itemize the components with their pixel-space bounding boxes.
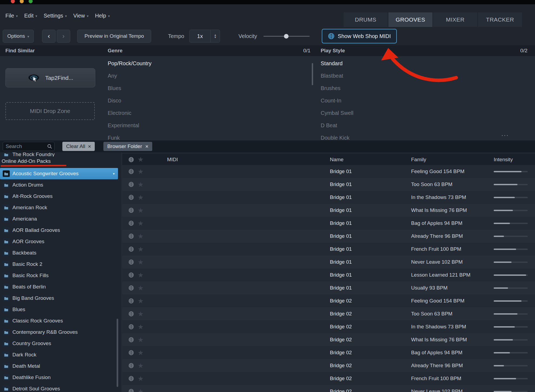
browser-folder-chip[interactable]: Browser Folder ×	[103, 142, 152, 151]
favorite-star-icon[interactable]: ★	[134, 181, 147, 188]
slider-knob[interactable]	[284, 34, 289, 39]
groove-row[interactable]: ★ Bridge 01 In the Shadows 73 BPM	[122, 191, 535, 204]
sidebar-pack-item[interactable]: Classic Rock Grooves ▾	[0, 315, 118, 326]
groove-row[interactable]: ★ Bridge 01 Feeling Good 154 BPM	[122, 165, 535, 178]
main-tab[interactable]: DRUMS	[344, 12, 388, 27]
favorite-star-icon[interactable]: ★	[134, 168, 147, 175]
groove-row[interactable]: ★ Bridge 01 Never Leave 102 BPM	[122, 256, 535, 269]
genre-item[interactable]: Experimental	[102, 119, 314, 132]
favorite-star-icon[interactable]: ★	[134, 194, 147, 201]
sidebar-pack-item[interactable]: Alt-Rock Grooves ▾	[0, 191, 118, 202]
chevron-down-icon[interactable]: ▾	[113, 171, 115, 176]
sidebar-pack-item[interactable]: Detroit Soul Grooves ▾	[0, 383, 118, 392]
sidebar-pack-item[interactable]: AOR Ballad Grooves ▾	[0, 225, 118, 236]
genre-item[interactable]: Funk	[102, 132, 314, 140]
favorite-star-icon[interactable]: ★	[134, 324, 147, 330]
menu-item[interactable]: Settings ▾	[44, 13, 67, 19]
groove-row[interactable]: ★ Bridge 02 Never Leave 102 BPM	[122, 385, 535, 392]
favorite-star-icon[interactable]: ★	[134, 362, 147, 369]
favorite-star-icon[interactable]: ★	[134, 349, 147, 356]
favorite-star-icon[interactable]: ★	[134, 375, 147, 382]
clear-all-button[interactable]: Clear All ×	[62, 142, 95, 151]
favorite-star-icon[interactable]: ★	[134, 259, 147, 266]
tap2find-button[interactable]: Tap2Find...	[5, 68, 95, 87]
menu-item[interactable]: File ▾	[5, 13, 18, 19]
play-style-item[interactable]: Blastbeat	[314, 70, 535, 82]
main-tab[interactable]: GROOVES	[388, 12, 432, 27]
groove-row[interactable]: ★ Bridge 01 Lesson Learned 121 BPM	[122, 269, 535, 281]
groove-row[interactable]: ★ Bridge 01 Already There 96 BPM	[122, 230, 535, 243]
play-style-item[interactable]: Count-In	[314, 94, 535, 107]
minimize-window-button[interactable]	[20, 0, 24, 3]
genre-item[interactable]: Any	[102, 70, 314, 82]
options-button[interactable]: Options ▾	[3, 30, 34, 43]
stepper-arrows-icon[interactable]: ▴▾	[210, 30, 220, 42]
sidebar-pack-item[interactable]: Action Drums ▾	[0, 179, 118, 191]
favorite-star-icon[interactable]: ★	[134, 311, 147, 317]
play-style-item[interactable]: Standard	[314, 57, 535, 70]
groove-row[interactable]: ★ Bridge 02 Already There 96 BPM	[122, 359, 535, 372]
groove-row[interactable]: ★ Bridge 01 Too Soon 63 BPM	[122, 178, 535, 191]
sidebar-pack-item[interactable]: Americana ▾	[0, 213, 118, 225]
groove-row[interactable]: ★ Bridge 02 French Fruit 100 BPM	[122, 372, 535, 385]
menu-item[interactable]: View ▾	[73, 13, 89, 19]
sidebar-pack-item[interactable]: Basic Rock 2 ▾	[0, 259, 118, 270]
sidebar-pack-item[interactable]: Acoustic Songwriter Grooves ▾	[0, 168, 118, 179]
favorite-star-icon[interactable]: ★	[134, 246, 147, 253]
favorite-star-icon[interactable]: ★	[134, 298, 147, 304]
play-style-item[interactable]: D Beat	[314, 119, 535, 132]
genre-item[interactable]: Electronic	[102, 107, 314, 119]
favorite-star-icon[interactable]: ★	[134, 285, 147, 291]
close-icon[interactable]: ×	[88, 143, 91, 150]
genre-item[interactable]: Pop/Rock/Country	[102, 57, 314, 70]
preview-original-tempo-button[interactable]: Preview in Original Tempo	[77, 30, 151, 43]
favorite-star-icon[interactable]: ★	[134, 336, 147, 343]
sidebar-pack-item[interactable]: Deathlike Fusion ▾	[0, 372, 118, 383]
groove-row[interactable]: ★ Bridge 02 Feeling Good 154 BPM	[122, 294, 535, 307]
sidebar-pack-item[interactable]: Big Band Grooves ▾	[0, 293, 118, 304]
favorite-star-icon[interactable]: ★	[134, 220, 147, 227]
sidebar-pack-item[interactable]: Blues ▾	[0, 304, 118, 315]
groove-row[interactable]: ★ Bridge 02 What Is Missing 76 BPM	[122, 333, 535, 346]
tempo-stepper[interactable]: 1x ▴▾	[189, 30, 220, 43]
favorite-star-icon[interactable]: ★	[134, 388, 147, 392]
midi-drop-zone[interactable]: MIDI Drop Zone	[5, 102, 95, 120]
sidebar-pack-item[interactable]: Contemporary R&B Grooves ▾	[0, 326, 118, 338]
sidebar-pack-item[interactable]: American Rock ▾	[0, 202, 118, 213]
groove-row[interactable]: ★ Bridge 02 Bag of Apples 94 BPM	[122, 346, 535, 359]
favorite-star-icon[interactable]: ★	[134, 207, 147, 214]
groove-row[interactable]: ★ Bridge 02 Too Soon 63 BPM	[122, 307, 535, 320]
sidebar-scrollbar[interactable]	[117, 319, 118, 387]
zoom-window-button[interactable]	[29, 0, 33, 3]
groove-row[interactable]: ★ Bridge 02 In the Shadows 73 BPM	[122, 320, 535, 333]
sidebar-pack-item[interactable]: Backbeats ▾	[0, 247, 118, 259]
genre-item[interactable]: Blues	[102, 82, 314, 94]
main-tab[interactable]: MIXER	[433, 12, 477, 27]
more-indicator[interactable]: ···	[501, 132, 509, 139]
show-web-shop-midi-button[interactable]: Show Web Shop MIDI	[322, 29, 397, 43]
favorite-star-icon[interactable]: ★	[134, 233, 147, 240]
genre-scrollbar[interactable]	[312, 63, 313, 85]
velocity-slider[interactable]	[263, 30, 310, 42]
sidebar-pack-item[interactable]: Beats of Berlin ▾	[0, 281, 118, 293]
sidebar-item-clipped[interactable]: The Rock Foundry	[0, 152, 118, 157]
groove-row[interactable]: ★ Bridge 01 Usually 93 BPM	[122, 281, 535, 294]
menu-item[interactable]: Edit ▾	[24, 13, 37, 19]
close-icon[interactable]: ×	[145, 143, 148, 150]
sidebar-pack-item[interactable]: Basic Rock Fills ▾	[0, 270, 118, 281]
next-button[interactable]: ›	[57, 30, 70, 43]
play-style-item[interactable]: Cymbal Swell	[314, 107, 535, 119]
favorite-star-icon[interactable]: ★	[134, 272, 147, 278]
sidebar-pack-item[interactable]: Dark Rock ▾	[0, 349, 118, 360]
close-window-button[interactable]	[11, 0, 15, 3]
groove-row[interactable]: ★ Bridge 01 Bag of Apples 94 BPM	[122, 217, 535, 230]
sidebar-pack-item[interactable]: Death Metal ▾	[0, 360, 118, 372]
sidebar-pack-item[interactable]: AOR Grooves ▾	[0, 236, 118, 247]
play-style-item[interactable]: Brushes	[314, 82, 535, 94]
main-tab[interactable]: TRACKER	[478, 12, 522, 27]
genre-item[interactable]: Disco	[102, 94, 314, 107]
groove-row[interactable]: ★ Bridge 01 What Is Missing 76 BPM	[122, 204, 535, 217]
menu-item[interactable]: Help ▾	[95, 13, 110, 19]
previous-button[interactable]: ‹	[42, 30, 56, 43]
groove-row[interactable]: ★ Bridge 01 French Fruit 100 BPM	[122, 243, 535, 256]
